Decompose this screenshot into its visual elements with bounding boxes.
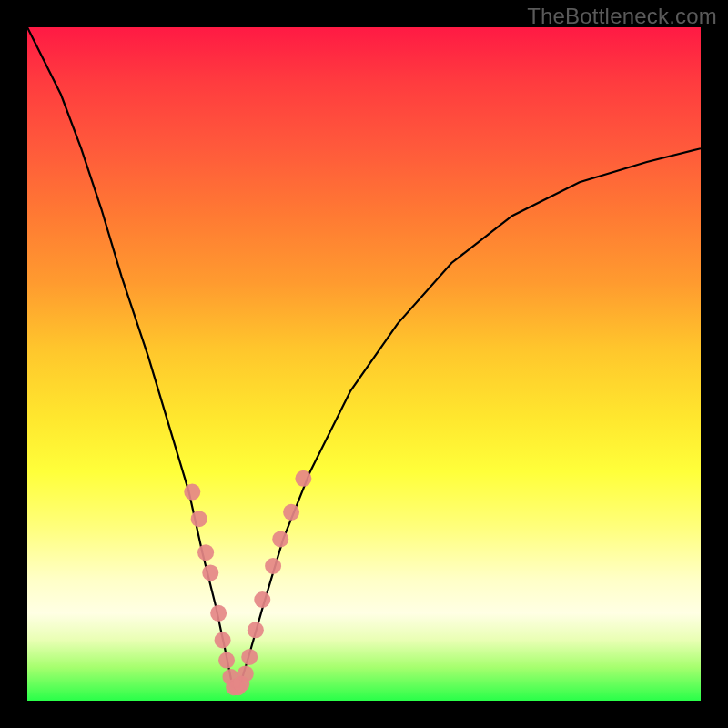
data-marker	[283, 504, 299, 521]
highlight-markers	[184, 470, 311, 695]
data-marker	[218, 652, 235, 669]
data-marker	[254, 592, 270, 608]
data-marker	[197, 544, 214, 561]
data-marker	[238, 665, 254, 682]
data-marker	[215, 632, 231, 648]
data-marker	[248, 622, 264, 638]
data-marker	[265, 558, 281, 574]
watermark-text: TheBottleneck.com	[527, 4, 717, 29]
data-marker	[202, 564, 218, 581]
data-marker	[210, 605, 227, 622]
bottleneck-curve	[27, 27, 701, 687]
plot-area	[27, 27, 701, 701]
chart-frame: TheBottleneck.com	[0, 0, 728, 728]
data-marker	[191, 511, 207, 527]
chart-svg	[27, 27, 701, 701]
data-marker	[295, 470, 311, 487]
data-marker	[241, 649, 258, 665]
data-marker	[272, 531, 288, 547]
data-marker	[184, 484, 200, 500]
